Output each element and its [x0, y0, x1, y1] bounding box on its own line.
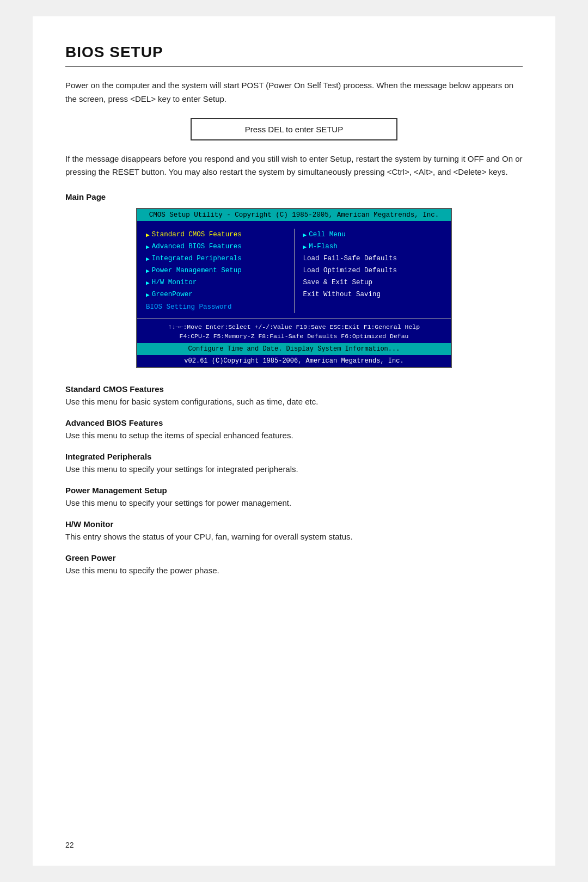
- press-del-box: Press DEL to enter SETUP: [191, 118, 397, 140]
- bios-menu-item-cell-menu[interactable]: ▶ Cell Menu: [303, 229, 443, 241]
- bios-title-bar: CMOS Setup Utility - Copyright (C) 1985-…: [137, 209, 451, 221]
- arrow-icon: ▶: [146, 243, 150, 250]
- arrow-icon: ▶: [146, 231, 150, 238]
- arrow-icon: ▶: [303, 231, 307, 238]
- desc-text-integrated-peripherals: Use this menu to specify your settings f…: [65, 463, 523, 476]
- press-del-text: Press DEL to enter SETUP: [245, 125, 343, 134]
- bios-menu-item-integrated[interactable]: ▶ Integrated Peripherals: [146, 253, 285, 265]
- bios-screenshot: CMOS Setup Utility - Copyright (C) 1985-…: [136, 208, 452, 368]
- bios-item-label: Power Management Setup: [152, 267, 242, 274]
- desc-integrated-peripherals: Integrated Peripherals Use this menu to …: [65, 452, 523, 476]
- desc-heading-green-power: Green Power: [65, 553, 523, 562]
- bios-item-label: Advanced BIOS Features: [152, 243, 242, 250]
- bios-item-label: GreenPower: [152, 291, 193, 298]
- arrow-icon: ▶: [146, 279, 150, 286]
- desc-standard-cmos: Standard CMOS Features Use this menu for…: [65, 384, 523, 408]
- bios-menu-item-hw-monitor[interactable]: ▶ H/W Monitor: [146, 277, 285, 289]
- bios-menu-item-standard-cmos[interactable]: ▶ Standard CMOS Features: [146, 229, 285, 241]
- bios-item-label: Standard CMOS Features: [152, 231, 242, 238]
- title-divider: [65, 66, 523, 67]
- bios-item-label: M-Flash: [309, 243, 338, 250]
- page-title: BIOS SETUP: [65, 44, 523, 61]
- arrow-icon: ▶: [146, 291, 150, 298]
- bios-menu-item-power[interactable]: ▶ Power Management Setup: [146, 265, 285, 277]
- intro-paragraph-1: Power on the computer and the system wil…: [65, 79, 523, 106]
- arrow-icon: ▶: [146, 267, 150, 274]
- desc-text-green-power: Use this menu to specify the power phase…: [65, 564, 523, 577]
- page-number: 22: [65, 841, 74, 849]
- desc-power-management: Power Management Setup Use this menu to …: [65, 486, 523, 510]
- bios-menu-item-save-exit[interactable]: Save & Exit Setup: [303, 277, 443, 289]
- bios-footer-bottom: Configure Time and Date. Display System …: [137, 343, 451, 355]
- desc-green-power: Green Power Use this menu to specify the…: [65, 553, 523, 577]
- desc-hw-monitor: H/W Monitor This entry shows the status …: [65, 519, 523, 543]
- bios-menu-item-bios-password[interactable]: BIOS Setting Password: [146, 301, 232, 313]
- desc-text-standard-cmos: Use this menu for basic system configura…: [65, 395, 523, 408]
- bios-item-label: Integrated Peripherals: [152, 255, 242, 262]
- bios-right-column: ▶ Cell Menu ▶ M-Flash Load Fail-Safe Def…: [295, 229, 451, 313]
- bios-item-label: H/W Monitor: [152, 279, 197, 286]
- desc-text-advanced-bios: Use this menu to setup the items of spec…: [65, 429, 523, 442]
- bios-menu-item-load-failsafe[interactable]: Load Fail-Safe Defaults: [303, 253, 443, 265]
- bios-item-label: Cell Menu: [309, 231, 346, 238]
- bios-menu-item-mflash[interactable]: ▶ M-Flash: [303, 241, 443, 253]
- page-container: BIOS SETUP Power on the computer and the…: [33, 16, 555, 866]
- arrow-icon: ▶: [303, 243, 307, 250]
- bios-menu-item-exit-nosave[interactable]: Exit Without Saving: [303, 289, 443, 301]
- desc-heading-advanced-bios: Advanced BIOS Features: [65, 418, 523, 427]
- intro-paragraph-2: If the message disappears before you res…: [65, 152, 523, 180]
- desc-advanced-bios: Advanced BIOS Features Use this menu to …: [65, 418, 523, 442]
- bios-copyright-bottom: v02.61 (C)Copyright 1985-2006, American …: [137, 355, 451, 367]
- desc-heading-standard-cmos: Standard CMOS Features: [65, 384, 523, 394]
- desc-heading-integrated-peripherals: Integrated Peripherals: [65, 452, 523, 461]
- desc-text-hw-monitor: This entry shows the status of your CPU,…: [65, 530, 523, 543]
- bios-menu-item-load-optimized[interactable]: Load Optimized Defaults: [303, 265, 443, 277]
- bios-menu-item-greenpower[interactable]: ▶ GreenPower: [146, 289, 285, 301]
- desc-heading-power-management: Power Management Setup: [65, 486, 523, 495]
- main-page-heading: Main Page: [65, 192, 523, 201]
- bios-left-column: ▶ Standard CMOS Features ▶ Advanced BIOS…: [137, 229, 294, 313]
- bios-footer-line1: ↑↓→←:Move Enter:Select +/-/:Value F10:Sa…: [142, 322, 446, 332]
- bios-footer: ↑↓→←:Move Enter:Select +/-/:Value F10:Sa…: [137, 318, 451, 343]
- bios-content-area: ▶ Standard CMOS Features ▶ Advanced BIOS…: [137, 221, 451, 318]
- bios-footer-line2: F4:CPU-Z F5:Memory-Z F8:Fail-Safe Defaul…: [142, 332, 446, 341]
- desc-text-power-management: Use this menu to specify your settings f…: [65, 497, 523, 510]
- arrow-icon: ▶: [146, 255, 150, 262]
- bios-menu-item-advanced-bios[interactable]: ▶ Advanced BIOS Features: [146, 241, 285, 253]
- desc-heading-hw-monitor: H/W Monitor: [65, 519, 523, 529]
